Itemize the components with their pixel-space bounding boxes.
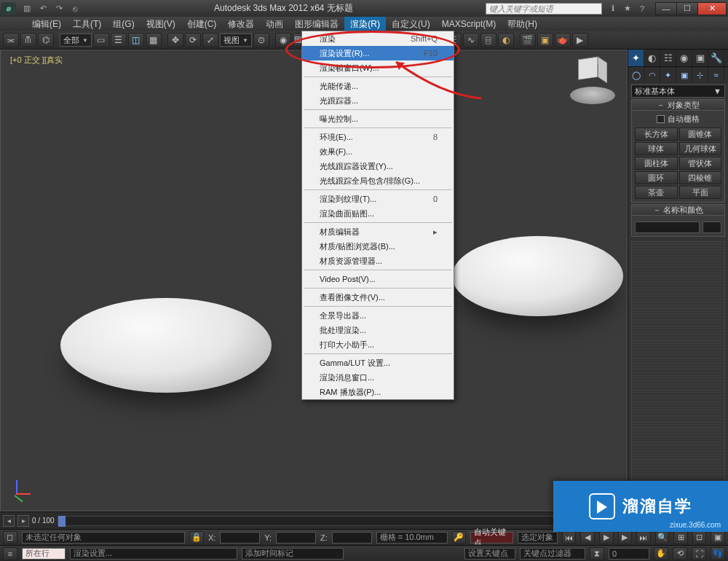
- timeline-scrubber[interactable]: [58, 516, 66, 527]
- nav-zoomall-icon[interactable]: ⊞: [673, 531, 688, 544]
- menu-item[interactable]: 渲染到纹理(T)...0: [302, 192, 454, 206]
- subtab-space-icon[interactable]: ≈: [708, 67, 724, 83]
- nav-orbit-icon[interactable]: ⟲: [673, 547, 687, 560]
- menu-item[interactable]: 效果(F)...: [302, 144, 454, 159]
- redo-icon[interactable]: ↷: [52, 3, 66, 15]
- nav-walk-icon[interactable]: 👣: [711, 547, 725, 560]
- subtab-helpers-icon[interactable]: ⊹: [692, 67, 708, 83]
- cmdtab-create-icon[interactable]: ✦: [628, 50, 644, 66]
- menu-item[interactable]: 查看图像文件(V)...: [302, 290, 454, 305]
- menu-item[interactable]: 批处理渲染...: [302, 323, 454, 337]
- render-frame-icon[interactable]: ▣: [537, 33, 553, 47]
- cmdtab-hierarchy-icon[interactable]: ☷: [660, 50, 676, 66]
- menu-item[interactable]: 曝光控制...: [302, 111, 454, 126]
- select-manip-icon[interactable]: ◉: [275, 33, 291, 47]
- menu-tools[interactable]: 工具(T): [67, 17, 107, 31]
- object-name-input[interactable]: [635, 221, 700, 233]
- subtab-lights-icon[interactable]: ✦: [660, 67, 676, 83]
- minimize-button[interactable]: —: [655, 2, 677, 15]
- play-end-icon[interactable]: ⏭: [636, 531, 651, 544]
- primitive-button[interactable]: 圆环: [635, 171, 678, 184]
- menu-item[interactable]: 渲染曲面贴图...: [302, 206, 454, 221]
- render-setup-icon[interactable]: 🎬: [520, 33, 536, 47]
- cmdtab-modify-icon[interactable]: ◐: [644, 50, 660, 66]
- schematic-icon[interactable]: ⌸: [480, 33, 496, 47]
- menu-item[interactable]: Gamma/LUT 设置...: [302, 356, 454, 370]
- menu-views[interactable]: 视图(V): [141, 17, 181, 31]
- script-listener-icon[interactable]: ≡: [3, 547, 17, 560]
- menu-edit[interactable]: 编辑(E): [26, 17, 67, 31]
- render-prod-icon[interactable]: ▶: [572, 33, 588, 47]
- menu-item[interactable]: Video Post(V)...: [302, 272, 454, 286]
- key-mode-icon[interactable]: 🔑: [452, 531, 467, 544]
- render-icon[interactable]: 🫖: [555, 33, 571, 47]
- menu-item[interactable]: 渲染帧窗口(W)...: [302, 60, 454, 75]
- primitive-button[interactable]: 几何球体: [679, 142, 722, 155]
- select-name-icon[interactable]: ☰: [111, 33, 127, 47]
- menu-item[interactable]: 渲染设置(R)...F10: [302, 46, 454, 60]
- subtab-cameras-icon[interactable]: ▣: [676, 67, 692, 83]
- play-next-icon[interactable]: ▶: [618, 531, 633, 544]
- info-icon[interactable]: ℹ: [606, 3, 620, 15]
- nav-zoom-icon[interactable]: 🔍: [655, 531, 670, 544]
- select-icon[interactable]: ▭: [93, 33, 109, 47]
- link-tool-icon[interactable]: ⫘: [3, 33, 19, 47]
- menu-item[interactable]: 光线跟踪全局包含/排除(G)...: [302, 173, 454, 188]
- timeline-prev-icon[interactable]: ◂: [3, 515, 15, 527]
- object-color-swatch[interactable]: [703, 221, 721, 233]
- time-tag-button[interactable]: 添加时间标记: [242, 548, 344, 560]
- menu-animation[interactable]: 动画: [260, 17, 289, 31]
- menu-item[interactable]: 光跟踪器...: [302, 93, 454, 108]
- menu-customize[interactable]: 自定义(U): [386, 17, 436, 31]
- menu-item[interactable]: 打印大小助手...: [302, 337, 454, 352]
- primitive-button[interactable]: 圆柱体: [635, 157, 678, 170]
- setkey-button[interactable]: 设置关键点: [464, 548, 515, 560]
- link-icon[interactable]: ⎋: [68, 3, 82, 15]
- autogrid-checkbox[interactable]: 自动栅格: [635, 114, 721, 125]
- subtab-geometry-icon[interactable]: ◯: [628, 67, 644, 83]
- primitive-button[interactable]: 茶壶: [635, 186, 678, 199]
- window-crossing-icon[interactable]: ▦: [146, 33, 162, 47]
- menu-item[interactable]: 材质/贴图浏览器(B)...: [302, 239, 454, 254]
- play-icon[interactable]: ▶: [599, 531, 614, 544]
- row2-pink-input[interactable]: 所在行: [22, 548, 66, 560]
- select-region-icon[interactable]: ◫: [128, 33, 144, 47]
- close-button[interactable]: ✕: [697, 2, 727, 15]
- cmdtab-motion-icon[interactable]: ◉: [676, 50, 692, 66]
- play-prev-icon[interactable]: ◀: [580, 531, 595, 544]
- scene-object-ellipsoid-1[interactable]: [60, 298, 272, 393]
- unlink-tool-icon[interactable]: ⫚: [20, 33, 36, 47]
- rotate-icon[interactable]: ⟳: [185, 33, 201, 47]
- help-icon[interactable]: ?: [636, 3, 649, 15]
- menu-item[interactable]: 渲染消息窗口...: [302, 370, 454, 385]
- cmdtab-display-icon[interactable]: ▣: [692, 50, 708, 66]
- primitive-button[interactable]: 平面: [679, 186, 722, 199]
- current-frame-input[interactable]: 0: [609, 548, 649, 560]
- menu-modifiers[interactable]: 修改器: [222, 17, 260, 31]
- curve-editor-icon[interactable]: ∿: [463, 33, 479, 47]
- new-icon[interactable]: ▥: [20, 3, 33, 15]
- time-config-icon[interactable]: ⧗: [590, 547, 604, 560]
- timeline-track[interactable]: [58, 516, 610, 526]
- menu-help[interactable]: 帮助(H): [502, 17, 543, 31]
- primitive-button[interactable]: 管状体: [679, 157, 722, 170]
- menu-item[interactable]: 光线跟踪器设置(Y)...: [302, 159, 454, 173]
- coord-lock-icon[interactable]: 🔒: [189, 531, 204, 544]
- selection-filter-dropdown[interactable]: 全部▼: [60, 34, 92, 47]
- menu-maxscript[interactable]: MAXScript(M): [436, 17, 502, 31]
- material-editor-icon[interactable]: ◐: [498, 33, 514, 47]
- primitive-button[interactable]: 球体: [635, 142, 678, 155]
- subtab-shapes-icon[interactable]: ◠: [644, 67, 660, 83]
- coord-z-input[interactable]: [332, 532, 372, 544]
- lock-selection-icon[interactable]: ◻: [3, 531, 17, 544]
- menu-group[interactable]: 组(G): [107, 17, 140, 31]
- menu-item[interactable]: 材质资源管理器...: [302, 254, 454, 268]
- coord-y-input[interactable]: [276, 532, 316, 544]
- maximize-button[interactable]: ☐: [676, 2, 698, 15]
- menu-create[interactable]: 创建(C): [181, 17, 223, 31]
- rollout-object-type-header[interactable]: － 对象类型: [631, 99, 725, 111]
- viewcube[interactable]: [567, 56, 618, 107]
- menu-item[interactable]: 全景导出器...: [302, 308, 454, 323]
- nav-maxview-icon[interactable]: ⛶: [692, 547, 706, 560]
- nav-pan-icon[interactable]: ✋: [654, 547, 668, 560]
